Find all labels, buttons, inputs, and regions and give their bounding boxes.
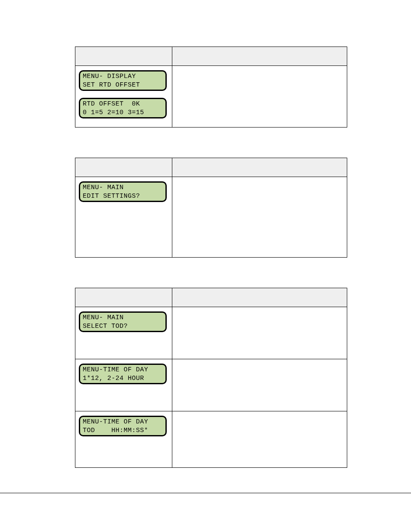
lcd-line: TOD HH:MM:SS* [83, 427, 148, 434]
lcd-line: MENU- DISPLAY [83, 73, 136, 80]
header-left [75, 47, 172, 66]
panel-row: MENU-TIME OF DAY TOD HH:MM:SS* [75, 411, 347, 467]
body-right [172, 411, 347, 467]
lcd-line: MENU- MAIN [83, 314, 124, 321]
lcd-line: MENU-TIME OF DAY [83, 418, 148, 426]
body-left: MENU- MAIN SELECT TOD? [75, 307, 172, 359]
lcd-display: MENU-TIME OF DAY 1*12, 2-24 HOUR [79, 364, 167, 384]
panel-row: MENU-TIME OF DAY 1*12, 2-24 HOUR [75, 359, 347, 411]
header-right [172, 47, 347, 66]
lcd-display: MENU- MAIN SELECT TOD? [79, 311, 167, 332]
panel-body: MENU- DISPLAY SET RTD OFFSET RTD OFFSET … [75, 66, 347, 127]
page: MENU- DISPLAY SET RTD OFFSET RTD OFFSET … [0, 0, 411, 532]
panel-time-of-day: MENU- MAIN SELECT TOD? MENU-TIME OF DAY … [75, 288, 347, 468]
footer-divider [0, 493, 411, 493]
panel-header [75, 288, 347, 307]
lcd-line: MENU- MAIN [83, 184, 124, 191]
lcd-line: EDIT SETTINGS? [83, 193, 140, 200]
body-left: MENU-TIME OF DAY 1*12, 2-24 HOUR [75, 359, 172, 411]
body-right [172, 177, 347, 257]
body-right [172, 359, 347, 411]
lcd-display: MENU-TIME OF DAY TOD HH:MM:SS* [79, 416, 167, 436]
body-left: MENU- MAIN EDIT SETTINGS? [75, 177, 172, 257]
panel-header [75, 158, 347, 177]
panel-display-rtd: MENU- DISPLAY SET RTD OFFSET RTD OFFSET … [75, 47, 347, 128]
header-right [172, 288, 347, 307]
lcd-line: MENU-TIME OF DAY [83, 366, 148, 373]
panel-row: MENU- MAIN SELECT TOD? [75, 307, 347, 359]
body-left: MENU-TIME OF DAY TOD HH:MM:SS* [75, 411, 172, 467]
lcd-display: MENU- MAIN EDIT SETTINGS? [79, 181, 167, 202]
header-left [75, 158, 172, 177]
lcd-line: 0 1=5 2=10 3=15 [83, 109, 144, 116]
body-right [172, 307, 347, 359]
body-left: MENU- DISPLAY SET RTD OFFSET RTD OFFSET … [75, 66, 172, 127]
lcd-display: MENU- DISPLAY SET RTD OFFSET [79, 70, 167, 91]
panel-body: MENU- MAIN EDIT SETTINGS? [75, 177, 347, 257]
lcd-line: SET RTD OFFSET [83, 81, 140, 89]
lcd-line: 1*12, 2-24 HOUR [83, 375, 144, 382]
lcd-line: RTD OFFSET 0K [83, 100, 140, 108]
panel-edit-settings: MENU- MAIN EDIT SETTINGS? [75, 158, 347, 258]
header-right [172, 158, 347, 177]
panel-header [75, 47, 347, 66]
lcd-display: RTD OFFSET 0K 0 1=5 2=10 3=15 [79, 98, 167, 118]
header-left [75, 288, 172, 307]
lcd-line: SELECT TOD? [83, 323, 128, 330]
body-right [172, 66, 347, 127]
